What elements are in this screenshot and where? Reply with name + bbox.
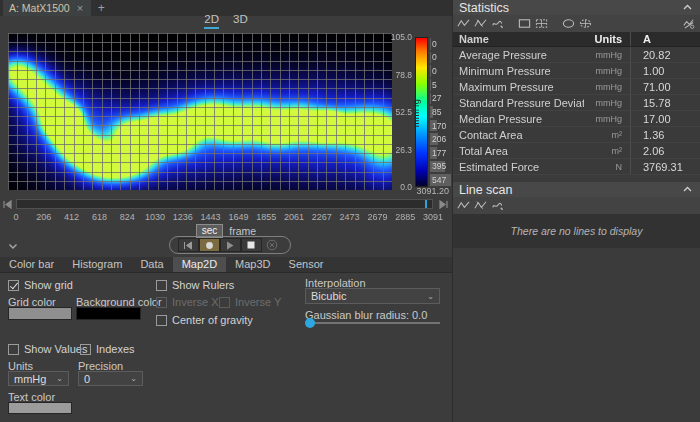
rectangle-region-tool-icon[interactable] (535, 17, 548, 30)
stat-value: 1.36 (630, 127, 700, 142)
checkbox-box[interactable] (80, 344, 91, 355)
settings-tab-data[interactable]: Data (131, 257, 172, 272)
ellipse-region-tool-icon[interactable] (579, 17, 592, 30)
freehand-tool-icon[interactable] (491, 199, 504, 212)
ellipse-tool-icon[interactable] (562, 17, 575, 30)
timeline-cursor[interactable] (425, 200, 427, 208)
table-row[interactable]: Median PressuremmHg17.00 (453, 111, 700, 127)
map2d-settings-panel: Show grid Grid color Background color Sh… (0, 273, 452, 422)
stop-button[interactable] (241, 238, 262, 252)
heatmap-canvas[interactable] (8, 33, 392, 190)
settings-tab-sensor[interactable]: Sensor (280, 257, 333, 272)
colorbar-histogram: 00052785170206177395547 (430, 37, 452, 187)
settings-tab-bar: Color barHistogramDataMap2DMap3DSensor (0, 257, 452, 273)
slider-knob[interactable] (305, 318, 315, 328)
histogram-bin: 395 (430, 160, 452, 174)
play-button[interactable] (220, 238, 241, 252)
clear-measurements-icon[interactable] (682, 17, 695, 30)
settings-tab-color-bar[interactable]: Color bar (0, 257, 63, 272)
histogram-count: 547 (432, 175, 446, 185)
timeline-tick: 1649 (228, 212, 248, 222)
histogram-count: 0 (432, 66, 437, 76)
analysis-sidebar: Statistics (452, 0, 700, 422)
interpolation-select[interactable]: Bicubic ⌄ (305, 288, 440, 304)
indexes-checkbox[interactable]: Indexes (80, 343, 135, 355)
statistics-toolbar (453, 15, 700, 32)
checkbox-box[interactable] (8, 344, 19, 355)
grid-color-swatch[interactable] (8, 307, 72, 320)
colorbar-unit-label: mmHg (411, 83, 421, 143)
histogram-bar (430, 52, 431, 64)
skip-to-start-icon[interactable] (2, 199, 13, 210)
table-row[interactable]: Contact Aream²1.36 (453, 127, 700, 143)
view-mode-3d[interactable]: 3D (233, 13, 248, 29)
timeline-tick: 0 (13, 212, 18, 222)
timeline-tick: 2473 (340, 212, 360, 222)
table-row[interactable]: Standard Pressure DeviationmmHg15.78 (453, 95, 700, 111)
timeline-tick: 1855 (256, 212, 276, 222)
chevron-down-icon: ⌄ (130, 374, 137, 383)
timeline-scrubber[interactable] (16, 199, 433, 209)
polyline-markers-tool-icon[interactable] (474, 17, 487, 30)
checkbox-box[interactable] (156, 315, 167, 326)
colorbar-tick: 78.8 (395, 70, 412, 80)
show-grid-checkbox[interactable]: Show grid (8, 279, 73, 291)
skip-to-end-icon[interactable] (438, 199, 449, 210)
rectangle-tool-icon[interactable] (518, 17, 531, 30)
units-select[interactable]: mmHg ⌄ (8, 371, 69, 386)
show-rulers-checkbox[interactable]: Show Rulers (156, 279, 234, 291)
record-button[interactable] (199, 238, 220, 252)
collapse-statistics-icon[interactable] (683, 4, 692, 10)
pressure-map-2d[interactable] (8, 33, 392, 190)
stat-units: mmHg (584, 50, 630, 60)
background-color-swatch[interactable] (76, 307, 141, 320)
table-row[interactable]: Minimum PressuremmHg1.00 (453, 63, 700, 79)
indexes-label: Indexes (96, 343, 135, 355)
skip-start-button[interactable] (178, 238, 199, 252)
stat-name: Maximum Pressure (453, 81, 584, 93)
histogram-bin: 27 (430, 92, 452, 106)
slider-track[interactable] (305, 322, 440, 324)
histogram-bar (430, 65, 431, 77)
polyline-tool-icon[interactable] (457, 17, 470, 30)
statistics-panel-header[interactable]: Statistics (453, 0, 700, 15)
histogram-bin: 177 (430, 146, 452, 160)
collapse-settings-icon[interactable] (8, 243, 18, 250)
histogram-count: 395 (432, 161, 446, 171)
gaussian-blur-slider[interactable] (305, 318, 440, 328)
colorbar-tick: 52.5 (395, 107, 412, 117)
timeline-tick: 206 (36, 212, 51, 222)
collapse-line-scan-icon[interactable] (683, 186, 692, 192)
units-value: mmHg (14, 373, 46, 385)
checkbox-box[interactable] (156, 280, 167, 291)
cancel-button[interactable] (262, 238, 283, 252)
text-color-swatch[interactable] (8, 402, 72, 414)
center-of-gravity-checkbox[interactable]: Center of gravity (156, 314, 253, 326)
stat-name: Average Pressure (453, 49, 584, 61)
checkbox-box[interactable] (8, 280, 19, 291)
line-scan-panel-header[interactable]: Line scan (453, 182, 700, 197)
table-row[interactable]: Maximum PressuremmHg71.00 (453, 79, 700, 95)
table-row[interactable]: Total Aream²2.06 (453, 143, 700, 159)
polyline-tool-icon[interactable] (457, 199, 470, 212)
stat-units: N (584, 162, 630, 172)
table-row[interactable]: Estimated ForceN3769.31 (453, 159, 700, 175)
polyline-markers-tool-icon[interactable] (474, 199, 487, 212)
center-of-gravity-label: Center of gravity (172, 314, 253, 326)
stat-units: mmHg (584, 98, 630, 108)
show-values-label: Show Values (24, 343, 87, 355)
settings-tab-map3d[interactable]: Map3D (226, 257, 279, 272)
view-mode-2d[interactable]: 2D (204, 13, 219, 29)
histogram-bin: 170 (430, 119, 452, 133)
settings-tab-map2d[interactable]: Map2D (173, 257, 226, 272)
histogram-bin: 547 (430, 173, 452, 187)
timeline-current-value: 3091.20 (416, 186, 449, 196)
settings-tab-histogram[interactable]: Histogram (63, 257, 131, 272)
timeline-tick: 824 (120, 212, 135, 222)
show-values-checkbox[interactable]: Show Values (8, 343, 87, 355)
timeline-tick: 1443 (201, 212, 221, 222)
precision-select[interactable]: 0 ⌄ (78, 371, 143, 386)
table-row[interactable]: Average PressuremmHg20.82 (453, 47, 700, 63)
histogram-bin: 206 (430, 132, 452, 146)
freehand-tool-icon[interactable] (491, 17, 504, 30)
